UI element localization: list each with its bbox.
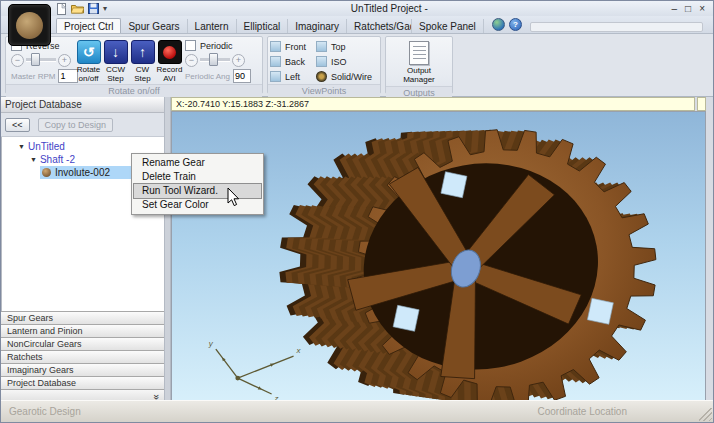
periodic-angle-label: Periodic Ang [185,72,230,81]
svg-text:x: x [296,346,302,355]
help-icon[interactable]: ? [509,18,522,31]
view-cube-icon [316,56,327,67]
accordion-ratchets[interactable]: Ratchets [1,350,164,363]
slider-thumb[interactable] [209,53,218,66]
view-cube-icon [270,41,281,52]
viewpoint-iso[interactable]: ISO [316,56,378,67]
tab-ratchets-gadgets[interactable]: Ratchets/Gad [347,19,412,33]
status-left: Gearotic Design [9,406,81,417]
rotate-arrow-icon: ↺ [77,40,101,64]
viewpoint-left[interactable]: Left [270,71,316,82]
coordinate-cell [697,97,706,111]
menu-item-rename-gear[interactable]: Rename Gear [134,156,261,170]
wooden-gear-logo-icon [16,12,43,39]
gear-render-icon [316,71,327,82]
copy-to-design-button[interactable]: Copy to Design [38,118,114,132]
project-database-panel: Project Database << Copy to Design ▼ UnT… [1,97,164,404]
accordion-project-database[interactable]: Project Database [1,376,164,389]
window-controls: – □ × [672,4,705,14]
solid-wire-toggle[interactable]: Solid/Wire [316,71,378,82]
ribbon-tab-row: Project Ctrl Spur Gears Lantern Elliptic… [1,16,713,34]
context-menu: Rename Gear Delete Train Run Tool Wizard… [131,153,264,215]
record-avi-button[interactable]: Record AVI [156,39,183,84]
collapse-panel-button[interactable]: << [5,118,30,132]
menu-item-run-tool-wizard[interactable]: Run Tool Wizard. [134,184,261,198]
status-bar: Gearotic Design Coordinate Location [1,400,713,422]
tab-spoke-panel[interactable]: Spoke Panel [412,19,484,33]
group-viewpoints: Front Top Back ISO Left Solid/Wire ViewP… [267,36,381,94]
menu-item-set-gear-color[interactable]: Set Gear Color [134,198,261,212]
accordion-spur-gears[interactable]: Spur Gears [1,311,164,324]
rotate-toggle-button[interactable]: ↺ Rotate on/off [75,39,102,84]
tab-project-ctrl[interactable]: Project Ctrl [56,18,121,33]
view-cube-icon [270,71,281,82]
progress-bar-empty [530,22,703,32]
viewpoint-back[interactable]: Back [270,56,316,67]
window-title: UnTitled Project - [107,3,672,14]
open-file-button[interactable] [71,3,84,14]
slider-minus-icon[interactable]: − [185,54,198,67]
app-window: ▾ UnTitled Project - – □ × Project Ctrl … [0,0,714,423]
tree-node-untitled[interactable]: ▼ UnTitled [2,140,164,153]
document-icon [409,41,429,65]
overflow-chevron-icon[interactable]: » [151,394,161,400]
svg-text:y: y [208,339,214,348]
slider-thumb[interactable] [31,53,40,66]
mouse-cursor [227,187,241,207]
periodic-angle-slider[interactable]: − + [185,54,257,67]
maximize-button[interactable]: □ [685,4,691,14]
ribbon: Reverse − + Master RPM ↺ Rotate on/off [1,34,713,97]
group-outputs: Output Manager Outputs [385,36,453,94]
accordion-imaginary[interactable]: Imaginary Gears [1,363,164,376]
gear-sphere-icon [42,168,51,177]
ccw-step-button[interactable]: ↓ CCW Step [102,39,129,84]
tab-lantern[interactable]: Lantern [188,19,237,33]
panel-splitter[interactable] [164,97,171,404]
periodic-angle-input[interactable] [233,69,251,83]
tab-imaginary[interactable]: Imaginary [288,19,347,33]
status-right: Coordinate Location [537,406,627,417]
group-label-rotate: Rotate on/off [6,84,262,97]
cw-step-button[interactable]: ↑ CW Step [129,39,156,84]
slider-minus-icon[interactable]: − [11,54,24,67]
accordion-lantern-pinion[interactable]: Lantern and Pinion [1,324,164,337]
title-bar: ▾ UnTitled Project - – □ × [1,1,713,16]
app-menu-button[interactable] [8,4,51,46]
tab-spur-gears[interactable]: Spur Gears [121,19,187,33]
coordinate-readout: X:-20.7410 Y:15.1883 Z:-31.2867 [171,97,695,111]
up-arrow-icon: ↑ [131,40,155,64]
web-globe-icon[interactable] [492,18,505,31]
save-button[interactable] [88,3,99,14]
view-cube-icon [270,56,281,67]
tab-elliptical[interactable]: Elliptical [237,19,289,33]
minimize-button[interactable]: – [672,4,678,14]
master-rpm-slider[interactable]: − + [11,54,73,67]
main-area: Project Database << Copy to Design ▼ UnT… [1,97,713,404]
tree-expanded-icon[interactable]: ▼ [30,156,37,163]
periodic-checkbox[interactable] [185,40,196,51]
group-label-viewpoints: ViewPoints [268,84,380,97]
viewpoint-front[interactable]: Front [270,41,316,52]
slider-plus-icon[interactable]: + [58,54,71,67]
tree-expanded-icon[interactable]: ▼ [18,143,25,150]
slider-plus-icon[interactable]: + [232,54,245,67]
down-arrow-icon: ↓ [104,40,128,64]
panel-header: Project Database [1,97,164,113]
periodic-label: Periodic [200,41,233,51]
viewport: X:-20.7410 Y:15.1883 Z:-31.2867 yxz [171,97,706,404]
close-button[interactable]: × [699,4,705,14]
record-dot-icon [158,40,182,64]
viewpoint-top[interactable]: Top [316,41,378,52]
output-manager-button[interactable]: Output Manager [389,39,449,86]
quick-access-toolbar: ▾ [57,3,107,15]
new-file-button[interactable] [57,3,67,15]
master-rpm-label: Master RPM [11,72,55,81]
resize-grip[interactable] [699,408,712,421]
accordion-noncircular[interactable]: NonCircular Gears [1,337,164,350]
menu-item-delete-train[interactable]: Delete Train [134,170,261,184]
view-cube-icon [316,41,327,52]
